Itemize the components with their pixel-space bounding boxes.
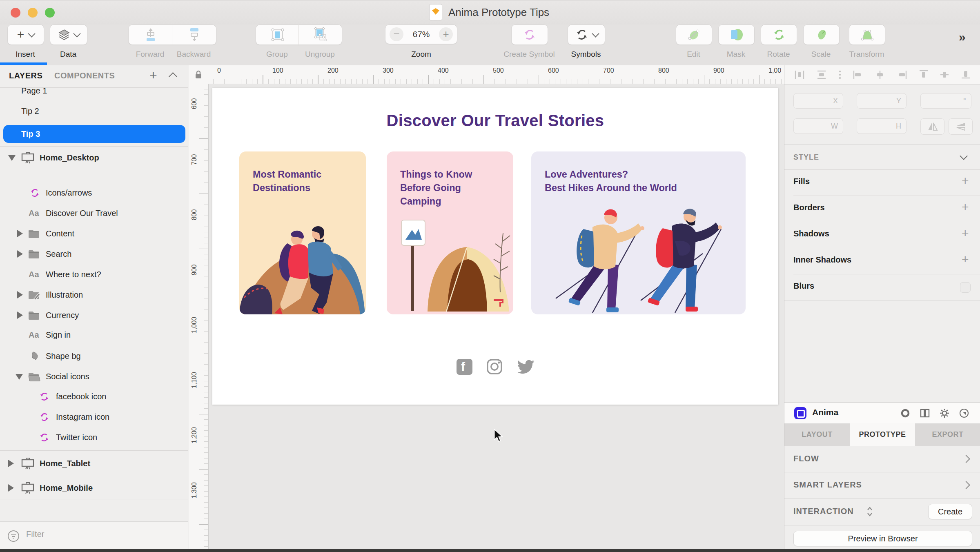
layer-row-group[interactable]: Currency (0, 305, 188, 325)
collapse-pages-icon[interactable] (169, 72, 177, 81)
disclosure-closed-icon[interactable] (8, 484, 14, 492)
layer-row-text[interactable]: Aa Where to next? (0, 264, 188, 285)
instagram-icon[interactable] (486, 358, 503, 375)
move-forward-button[interactable] (128, 24, 172, 45)
height-field[interactable]: H (857, 118, 906, 134)
tab-layout[interactable]: LAYOUT (784, 423, 850, 446)
zoom-in-button[interactable]: + (439, 27, 453, 41)
layer-row-group[interactable]: Content (0, 223, 188, 244)
align-top-icon[interactable] (919, 69, 929, 80)
layer-row-symbol[interactable]: facebook icon (0, 386, 188, 407)
rotation-field[interactable]: ° (920, 93, 971, 109)
layer-row-group[interactable]: Social icons (0, 366, 188, 387)
tab-layers[interactable]: LAYERS (9, 71, 42, 80)
tab-prototype[interactable]: PROTOTYPE (850, 423, 915, 446)
flow-row[interactable]: FLOW (784, 446, 980, 472)
canvas[interactable]: Discover Our Travel Stories Most Romanti… (189, 65, 784, 552)
disclosure-closed-icon[interactable] (17, 230, 23, 237)
layer-row-artboard[interactable]: Home_Desktop (0, 147, 188, 168)
group-button[interactable] (256, 24, 299, 45)
page-item-selected[interactable]: Tip 3 (3, 125, 185, 143)
layer-row-text[interactable]: Aa Discover Our Travel (0, 203, 188, 223)
shadows-section[interactable]: Shadows + (784, 222, 980, 248)
data-button[interactable] (50, 24, 87, 45)
zoom-out-button[interactable]: − (390, 27, 403, 41)
ungroup-button[interactable] (298, 24, 342, 45)
record-icon[interactable] (900, 408, 910, 418)
rotate-button[interactable] (761, 24, 797, 45)
transform-button[interactable] (849, 24, 885, 45)
move-backward-button[interactable] (172, 24, 216, 45)
create-interaction-button[interactable]: Create (928, 504, 972, 519)
facebook-icon[interactable]: f (457, 359, 472, 375)
align-center-horizontal-icon[interactable] (875, 70, 885, 80)
ruler-corner-lock[interactable] (189, 65, 209, 84)
add-border-button[interactable]: + (962, 200, 969, 214)
disclosure-closed-icon[interactable] (17, 312, 23, 319)
mask-button[interactable] (718, 24, 755, 45)
horizontal-ruler[interactable]: 0 100 200 300 400 500 600 700 800 900 1,… (208, 65, 784, 84)
layer-row-artboard[interactable]: Home_Tablet (0, 452, 188, 475)
add-shadow-button[interactable]: + (962, 226, 969, 240)
layer-row-symbol[interactable]: Icons/arrows (0, 183, 188, 203)
gear-icon[interactable] (940, 408, 949, 418)
x-position-field[interactable]: X (793, 93, 843, 109)
width-field[interactable]: W (793, 118, 843, 134)
panel-layout-icon[interactable] (920, 408, 930, 418)
page-item[interactable]: Tip 2 (21, 102, 39, 120)
layer-row-group[interactable]: Search (0, 244, 188, 264)
zoom-window-button[interactable] (45, 8, 55, 18)
disclosure-closed-icon[interactable] (17, 291, 23, 298)
zoom-value[interactable]: 67% (412, 29, 430, 39)
toolbar-overflow-button[interactable]: » (959, 30, 964, 44)
create-symbol-button[interactable] (511, 24, 548, 45)
disclosure-closed-icon[interactable] (17, 250, 23, 258)
insert-button[interactable]: + (7, 24, 44, 45)
filter-input[interactable] (25, 529, 149, 539)
scale-button[interactable] (803, 24, 840, 45)
align-left-icon[interactable] (853, 70, 863, 80)
more-options-icon[interactable] (838, 70, 842, 80)
inner-shadows-section[interactable]: Inner Shadows + (784, 248, 980, 274)
align-right-icon[interactable] (897, 70, 907, 80)
disclosure-closed-icon[interactable] (8, 460, 14, 467)
disclosure-open-icon[interactable] (16, 374, 23, 380)
add-page-button[interactable]: + (149, 68, 157, 83)
flip-vertical-button[interactable] (949, 118, 973, 135)
edit-button[interactable] (676, 24, 712, 45)
layer-row-symbol[interactable]: Instagram icon (0, 407, 188, 427)
align-bottom-icon[interactable] (961, 69, 971, 80)
minimize-window-button[interactable] (28, 8, 38, 18)
card-romantic-destinations[interactable]: Most Romantic Destinations (239, 151, 366, 314)
tab-export[interactable]: EXPORT (915, 423, 980, 446)
blur-toggle[interactable] (960, 282, 971, 293)
close-window-button[interactable] (11, 8, 20, 18)
disclosure-open-icon[interactable] (8, 155, 16, 161)
add-inner-shadow-button[interactable]: + (962, 252, 969, 266)
vertical-ruler[interactable]: 600 700 800 900 1,000 1,100 1,200 1,300 (189, 84, 209, 552)
layer-row-artboard[interactable]: Home_Mobile (0, 476, 188, 500)
layer-row-symbol[interactable]: Twitter icon (0, 427, 188, 447)
sort-updown-icon[interactable] (866, 505, 873, 518)
distribute-horizontal-icon[interactable] (794, 70, 805, 80)
layer-row-text[interactable]: Aa Sign in (0, 325, 188, 345)
align-middle-vertical-icon[interactable] (940, 69, 949, 80)
y-position-field[interactable]: Y (857, 93, 906, 109)
distribute-vertical-icon[interactable] (816, 70, 827, 80)
page-item[interactable]: Page 1 (21, 82, 47, 100)
card-hikes-adventures[interactable]: Love Adventures? Best Hikes Around the W… (531, 151, 746, 314)
tab-components[interactable]: COMPONENTS (54, 71, 115, 80)
add-fill-button[interactable]: + (962, 174, 969, 188)
flip-horizontal-button[interactable] (920, 118, 944, 135)
fills-section[interactable]: Fills + (784, 169, 980, 196)
disable-icon[interactable] (959, 408, 969, 418)
artboard-home-desktop[interactable]: Discover Our Travel Stories Most Romanti… (212, 88, 778, 405)
symbols-button[interactable] (568, 24, 605, 45)
layer-row-shape[interactable]: Shape bg (0, 346, 188, 366)
twitter-icon[interactable] (517, 359, 535, 374)
smart-layers-row[interactable]: SMART LAYERS (784, 472, 980, 499)
card-camping-tips[interactable]: Things to Know Before Going Camping (387, 151, 513, 314)
preview-in-browser-button[interactable]: Preview in Browser (793, 531, 972, 546)
borders-section[interactable]: Borders + (784, 196, 980, 222)
style-section-header[interactable]: STYLE (784, 144, 980, 169)
